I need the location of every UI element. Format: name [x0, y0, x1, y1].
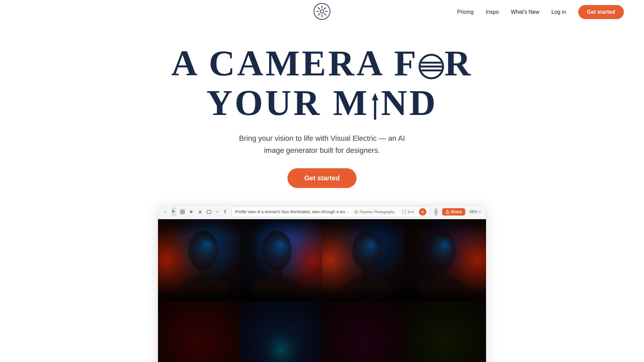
- text-tool[interactable]: T: [223, 207, 227, 217]
- hero-title: A CAMERA F R: [7, 44, 637, 123]
- generated-image-6: [240, 301, 322, 362]
- hero-title-i-icon: [369, 84, 381, 123]
- svg-rect-20: [180, 210, 182, 212]
- svg-rect-21: [183, 210, 184, 212]
- svg-rect-28: [402, 210, 406, 213]
- prompt-text: Profile view of a woman's face illuminat…: [235, 209, 349, 214]
- camera-label: Fashion Photography: [360, 210, 395, 214]
- svg-rect-22: [180, 212, 182, 214]
- select-tool[interactable]: [171, 207, 176, 217]
- generated-image-4: [404, 219, 486, 301]
- image-grid: [158, 219, 486, 362]
- generated-image-8: [404, 301, 486, 362]
- size-badge: 3×4: [400, 209, 416, 215]
- image-cell-2: [240, 219, 322, 301]
- share-label: Share: [451, 209, 462, 214]
- image-cell-3: [322, 219, 404, 301]
- grid-tool[interactable]: [180, 207, 185, 217]
- app-toolbar: ‹ A T: [158, 205, 486, 219]
- hero-title-line1-text: A CAMERA F: [171, 43, 418, 83]
- svg-marker-19: [372, 93, 378, 101]
- svg-point-24: [190, 210, 193, 213]
- image-cell-7: [322, 301, 404, 362]
- image-cell-6: [240, 301, 322, 362]
- image-cell-5: [158, 301, 240, 362]
- svg-point-9: [320, 10, 324, 13]
- svg-line-7: [324, 8, 326, 9]
- nav-whats-new[interactable]: What's New: [511, 9, 539, 15]
- nav-login[interactable]: Log in: [551, 9, 566, 15]
- nav-inspo[interactable]: Inspo: [486, 9, 499, 15]
- generated-image-1: [158, 219, 240, 301]
- hero-subtitle: Bring your vision to life with Visual El…: [7, 132, 637, 156]
- shape-tool[interactable]: [207, 207, 211, 217]
- svg-point-29: [435, 211, 437, 212]
- svg-line-8: [318, 14, 320, 15]
- back-button[interactable]: ‹: [163, 207, 167, 217]
- generate-button[interactable]: [419, 208, 426, 216]
- camera-badge: Fashion Photography: [352, 209, 397, 215]
- svg-line-5: [318, 8, 320, 9]
- zoom-control[interactable]: 39%: [469, 209, 481, 214]
- app-preview: ‹ A T: [158, 205, 486, 362]
- hero-title-nd: ND: [381, 83, 438, 123]
- svg-rect-25: [207, 210, 211, 214]
- user-avatar: [434, 208, 438, 216]
- svg-rect-23: [183, 212, 184, 214]
- nav-pricing[interactable]: Pricing: [457, 9, 474, 15]
- hero-title-r: R: [444, 43, 473, 83]
- hero-section: A CAMERA F R: [0, 24, 644, 362]
- svg-point-27: [356, 212, 357, 213]
- size-label: 3×4: [408, 210, 414, 214]
- generated-image-5: [158, 301, 240, 362]
- paint-tool[interactable]: [189, 207, 194, 217]
- image-cell-4: [404, 219, 486, 301]
- logo[interactable]: [313, 3, 331, 21]
- prompt-input[interactable]: Profile view of a woman's face illuminat…: [231, 206, 430, 217]
- shape-dropdown[interactable]: [215, 210, 219, 213]
- brush-tool[interactable]: A: [198, 207, 203, 217]
- generated-image-2: [240, 219, 322, 301]
- image-cell-1: [158, 219, 240, 301]
- hero-get-started-button[interactable]: Get started: [287, 168, 357, 188]
- zoom-label: 39%: [469, 209, 477, 214]
- nav-links: Pricing Inspo What's New Log in Get star…: [457, 5, 624, 19]
- svg-rect-26: [355, 211, 358, 214]
- image-cell-8: [404, 301, 486, 362]
- nav-get-started-button[interactable]: Get started: [578, 5, 624, 19]
- svg-line-6: [324, 14, 326, 15]
- navigation: Pricing Inspo What's New Log in Get star…: [0, 0, 644, 24]
- hero-title-o-icon: [418, 44, 444, 84]
- generated-image-3: [322, 219, 404, 301]
- share-button[interactable]: Share: [442, 208, 465, 216]
- generated-image-7: [322, 301, 404, 362]
- hero-title-line2-text: YOUR M: [206, 83, 369, 123]
